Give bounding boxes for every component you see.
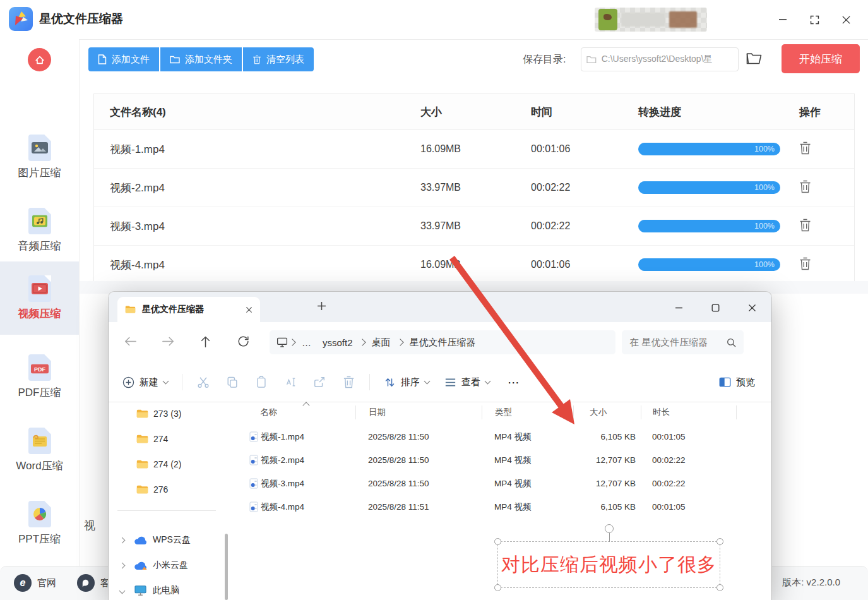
- tree-item-folder[interactable]: 274: [109, 428, 232, 450]
- delete-file-button[interactable]: [799, 141, 811, 155]
- sidebar-item-pdf-compress[interactable]: PDF PDF压缩: [0, 347, 79, 407]
- explorer-close-button[interactable]: [741, 300, 763, 315]
- file-date: 2025/8/28 11:50: [355, 479, 482, 488]
- sidebar-item-ppt-compress[interactable]: PPT压缩: [0, 494, 79, 553]
- sidebar-item-word-compress[interactable]: Word压缩: [0, 421, 79, 480]
- annotation-textbox[interactable]: 对比压缩后视频小了很多: [497, 541, 720, 588]
- audio-compress-icon: [28, 208, 51, 234]
- table-header: 文件名称(4) 大小 时间 转换进度 操作: [94, 94, 854, 130]
- official-site-button[interactable]: e 官网: [14, 574, 56, 592]
- paste-button[interactable]: [247, 376, 276, 388]
- sidebar-item-label: PPT压缩: [18, 532, 61, 546]
- start-compress-button[interactable]: 开始压缩: [782, 44, 860, 73]
- chevron-right-icon[interactable]: [119, 562, 126, 568]
- up-button[interactable]: [199, 335, 211, 348]
- col-action: 操作: [799, 105, 854, 119]
- sort-arrows-icon: [384, 376, 396, 388]
- chevron-right-icon[interactable]: [119, 537, 126, 543]
- search-box[interactable]: 在 星优文件压缩器: [622, 330, 744, 354]
- view-button[interactable]: 查看: [437, 376, 497, 388]
- tree-item-folder[interactable]: 274 (2): [109, 453, 232, 475]
- tree-item-folder[interactable]: 276: [109, 479, 232, 500]
- rename-button[interactable]: [276, 376, 305, 388]
- explorer-tab-bar: 星优文件压缩器: [109, 292, 771, 322]
- explorer-tab[interactable]: 星优文件压缩器: [117, 297, 260, 322]
- back-button[interactable]: [124, 335, 137, 347]
- delete-button[interactable]: [334, 376, 363, 388]
- tree-item-this-pc[interactable]: 此电脑: [109, 580, 232, 600]
- sidebar-item-audio-compress[interactable]: 音频压缩: [0, 201, 79, 260]
- minimize-button[interactable]: [775, 11, 791, 28]
- file-duration: 00:01:05: [641, 502, 737, 512]
- sidebar-item-label: Word压缩: [16, 459, 62, 473]
- maximize-button[interactable]: [806, 11, 823, 28]
- forward-button[interactable]: [162, 335, 175, 347]
- trash-icon: [799, 180, 811, 193]
- resize-handle[interactable]: [716, 584, 723, 591]
- resize-handle[interactable]: [494, 538, 501, 545]
- breadcrumb-overflow[interactable]: …: [296, 337, 317, 348]
- delete-file-button[interactable]: [799, 219, 811, 232]
- file-duration: 00:01:05: [641, 432, 737, 441]
- file-row[interactable]: 视频-1.mp4 2025/8/28 11:50 MP4 视频 6,105 KB…: [232, 425, 771, 448]
- cut-button[interactable]: [189, 376, 218, 388]
- annotation-text: 对比压缩后视频小了很多: [501, 552, 716, 578]
- breadcrumb-item[interactable]: 桌面: [366, 337, 396, 349]
- col-type[interactable]: 类型: [482, 405, 573, 419]
- file-time: 00:01:06: [531, 143, 638, 155]
- breadcrumb-item[interactable]: 星优文件压缩器: [404, 337, 482, 349]
- sidebar-item-label: 图片压缩: [18, 165, 61, 180]
- col-size[interactable]: 大小: [573, 405, 641, 419]
- mp4-file-icon: [249, 478, 258, 489]
- tree-item-mi-cloud[interactable]: 小米云盘: [109, 555, 232, 576]
- file-row[interactable]: 视频-3.mp4 2025/8/28 11:50 MP4 视频 12,707 K…: [232, 472, 771, 495]
- col-name[interactable]: 名称: [232, 405, 355, 419]
- sidebar-item-video-compress[interactable]: 视频压缩: [0, 261, 79, 335]
- browse-folder-button[interactable]: [746, 52, 762, 65]
- address-bar[interactable]: … yssoft2 桌面 星优文件压缩器: [270, 330, 615, 354]
- rotate-handle[interactable]: [605, 524, 614, 533]
- folder-icon: [136, 409, 148, 419]
- tree-item-folder[interactable]: 273 (3): [109, 403, 232, 424]
- preview-button[interactable]: 预览: [719, 376, 755, 388]
- breadcrumb-item[interactable]: yssoft2: [317, 337, 359, 348]
- sidebar-item-image-compress[interactable]: 图片压缩: [0, 128, 79, 187]
- trash-icon: [253, 55, 261, 64]
- delete-file-button[interactable]: [799, 257, 811, 270]
- file-row[interactable]: 视频-2.mp4 2025/8/28 11:50 MP4 视频 12,707 K…: [232, 448, 771, 472]
- new-tab-button[interactable]: [317, 301, 326, 311]
- copy-button[interactable]: [218, 376, 247, 388]
- tab-close-icon[interactable]: [246, 306, 253, 313]
- progress-label: 100%: [754, 183, 775, 192]
- save-dir-input[interactable]: C:\Users\yssoft2\Desktop\星: [581, 47, 739, 71]
- explorer-maximize-button[interactable]: [705, 300, 726, 315]
- col-duration[interactable]: 时长: [641, 405, 737, 419]
- new-label: 新建: [140, 376, 158, 388]
- resize-handle[interactable]: [494, 584, 501, 591]
- add-file-button[interactable]: 添加文件: [88, 47, 159, 71]
- refresh-button[interactable]: [237, 335, 249, 347]
- more-options-button[interactable]: ⋯: [497, 375, 531, 390]
- delete-file-button[interactable]: [799, 180, 811, 193]
- chevron-down-icon[interactable]: [119, 587, 126, 594]
- tree-item-wps-cloud[interactable]: WPS云盘: [109, 529, 232, 551]
- tree-item-label: 此电脑: [153, 585, 179, 596]
- user-account[interactable]: [595, 8, 707, 32]
- resize-handle[interactable]: [716, 538, 723, 545]
- file-time: 00:02:22: [531, 182, 638, 193]
- tree-scrollbar[interactable]: [225, 534, 228, 600]
- new-button[interactable]: 新建: [115, 376, 175, 388]
- col-date[interactable]: 日期: [355, 405, 482, 419]
- explorer-minimize-button[interactable]: [668, 300, 689, 315]
- file-row[interactable]: 视频-4.mp4 2025/8/28 11:51 MP4 视频 6,105 KB…: [232, 495, 771, 519]
- clear-list-button[interactable]: 清空列表: [243, 47, 314, 71]
- sort-button[interactable]: 排序: [376, 376, 437, 388]
- share-button[interactable]: [305, 376, 334, 388]
- col-file-name: 文件名称(4): [94, 105, 420, 119]
- file-name: 视频-3.mp4: [94, 219, 420, 234]
- clear-list-label: 清空列表: [266, 54, 304, 66]
- tree-item-label: 小米云盘: [153, 560, 188, 571]
- close-button[interactable]: [838, 11, 854, 28]
- home-button[interactable]: [28, 48, 51, 71]
- add-folder-button[interactable]: 添加文件夹: [160, 47, 242, 71]
